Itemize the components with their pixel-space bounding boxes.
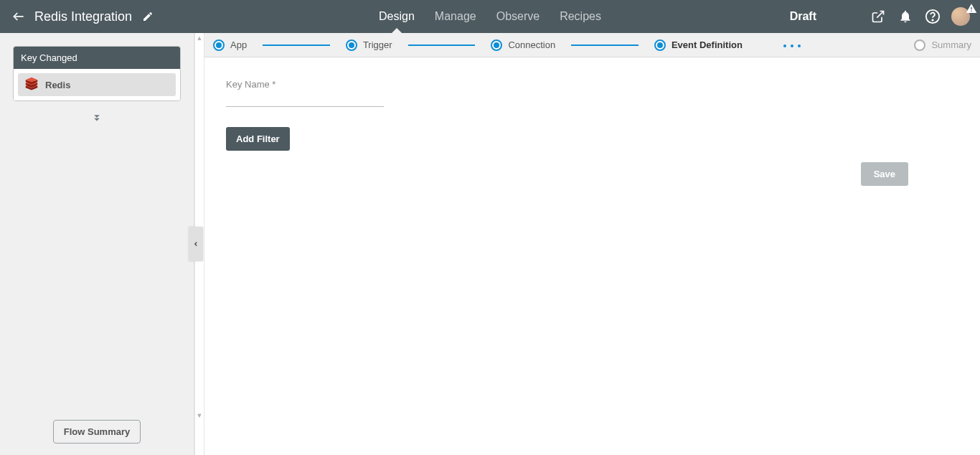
sidebar-app-label: Redis	[45, 80, 70, 90]
step-radio-event-icon	[654, 39, 666, 51]
open-external-icon[interactable]	[870, 8, 887, 25]
sidebar-collapse-handle[interactable]	[189, 227, 203, 261]
sidebar-footer: Flow Summary	[0, 410, 194, 455]
flow-summary-button[interactable]: Flow Summary	[53, 420, 141, 444]
tab-observe[interactable]: Observe	[496, 0, 540, 33]
step-app[interactable]: App	[213, 39, 247, 51]
bell-icon[interactable]	[897, 8, 914, 25]
step-label-event: Event Definition	[672, 39, 743, 50]
step-label-summary: Summary	[931, 39, 971, 50]
step-radio-app-icon	[213, 39, 225, 51]
tab-design[interactable]: Design	[379, 0, 415, 33]
sidebar-card-body: Redis	[14, 69, 180, 100]
step-connector-dotted	[758, 44, 826, 46]
sidebar-card: Key Changed Redis	[13, 46, 181, 101]
save-area: Save	[861, 162, 908, 186]
sidebar-card-title: Key Changed	[14, 47, 180, 69]
topbar-left: Redis Integration	[10, 8, 156, 25]
warning-icon	[966, 3, 977, 17]
step-event-definition[interactable]: Event Definition	[654, 39, 743, 51]
add-filter-button[interactable]: Add Filter	[226, 127, 290, 151]
step-connector	[571, 44, 639, 46]
tab-recipes[interactable]: Recipes	[560, 0, 601, 33]
save-button[interactable]: Save	[861, 162, 908, 186]
step-radio-summary-icon	[914, 39, 925, 51]
form-area: Key Name * Add Filter Save	[204, 57, 980, 455]
field-key-name: Key Name *	[226, 79, 958, 107]
step-radio-connection-icon	[491, 39, 502, 51]
workspace: Key Changed Redis Flow Summary ▲ ▼	[0, 33, 980, 455]
status-label: Draft	[790, 10, 816, 23]
redis-icon	[24, 77, 39, 93]
step-radio-trigger-icon	[346, 39, 357, 51]
tab-manage[interactable]: Manage	[435, 0, 476, 33]
help-icon[interactable]	[924, 8, 941, 25]
topbar-right: Draft	[790, 7, 970, 26]
edit-title-icon[interactable]	[139, 8, 156, 25]
sidebar: Key Changed Redis Flow Summary	[0, 33, 194, 455]
step-connector	[263, 44, 330, 46]
step-label-app: App	[230, 39, 247, 50]
scroll-up-icon[interactable]: ▲	[194, 33, 204, 43]
step-trigger[interactable]: Trigger	[346, 39, 392, 51]
back-arrow-icon[interactable]	[10, 8, 27, 25]
key-name-label: Key Name *	[226, 79, 958, 90]
topbar-tabs: Design Manage Observe Recipes	[379, 0, 601, 33]
step-connection[interactable]: Connection	[491, 39, 555, 51]
expand-toggle-icon[interactable]	[0, 111, 194, 127]
avatar[interactable]	[951, 7, 970, 26]
svg-point-3	[932, 19, 933, 20]
page-title: Redis Integration	[34, 9, 132, 24]
step-connector	[408, 44, 476, 46]
sidebar-app-item[interactable]: Redis	[18, 73, 176, 96]
scroll-down-icon[interactable]: ▼	[194, 411, 204, 421]
topbar: Redis Integration Design Manage Observe …	[0, 0, 980, 33]
step-label-trigger: Trigger	[363, 39, 392, 50]
stepbar: App Trigger Connection Event Definition	[204, 33, 980, 57]
key-name-input[interactable]	[226, 91, 384, 107]
step-summary: Summary	[914, 39, 971, 51]
svg-line-1	[877, 11, 883, 18]
step-label-connection: Connection	[508, 39, 555, 50]
content: App Trigger Connection Event Definition	[204, 33, 980, 455]
